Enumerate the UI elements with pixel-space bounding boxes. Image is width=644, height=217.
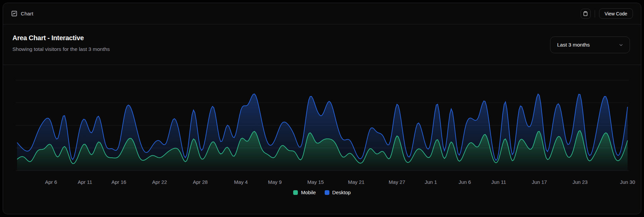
legend-item-desktop: Desktop [325,190,351,195]
legend-swatch-mobile [293,190,298,195]
x-tick-label: May 15 [307,179,324,185]
block-toolbar: Chart View Code [3,3,641,24]
clipboard-icon [583,11,588,16]
block-title: Chart [21,11,33,16]
x-tick-label: Apr 11 [78,179,92,185]
chart-legend: Mobile Desktop [3,190,641,195]
chevron-down-icon [619,43,624,48]
x-tick-label: May 4 [234,179,248,185]
time-range-value: Last 3 months [557,42,590,48]
x-tick-label: Apr 6 [45,179,57,185]
copy-code-button[interactable] [581,9,591,19]
card-title: Area Chart - Interactive [12,34,84,42]
area-chart[interactable]: Apr 6Apr 11Apr 16Apr 22Apr 28May 4May 9M… [3,57,641,191]
legend-label-mobile: Mobile [301,190,316,195]
x-tick-label: Apr 16 [111,179,126,185]
x-tick-label: May 21 [348,179,364,185]
x-tick-label: Jun 23 [573,179,588,185]
x-tick-label: Jun 6 [459,179,471,185]
x-tick-label: May 27 [389,179,405,185]
card-subtitle: Showing total visitors for the last 3 mo… [12,46,110,52]
x-tick-label: May 9 [268,179,282,185]
x-tick-label: Apr 22 [152,179,167,185]
legend-item-mobile: Mobile [293,190,316,195]
x-tick-label: Jun 1 [425,179,437,185]
x-tick-label: Jun 11 [491,179,506,185]
x-tick-label: Jun 17 [532,179,547,185]
x-tick-label: Jun 30 [620,179,635,185]
chart-icon [11,10,17,17]
time-range-select[interactable]: Last 3 months [550,37,630,53]
x-tick-label: Apr 28 [193,179,208,185]
toolbar-divider [595,10,595,17]
chart-block-card: Chart View Code Area Chart - Interactive… [3,3,641,214]
legend-label-desktop: Desktop [332,190,351,195]
legend-swatch-desktop [325,190,329,195]
view-code-button[interactable]: View Code [599,8,633,19]
